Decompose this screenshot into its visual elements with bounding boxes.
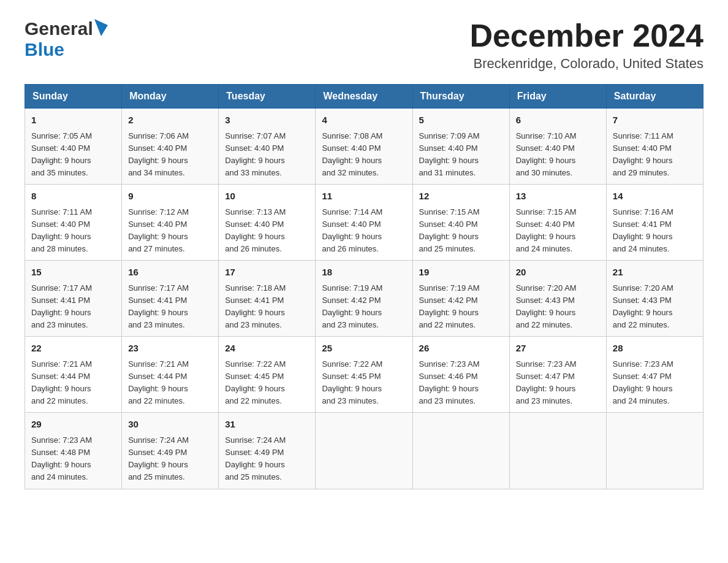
calendar-cell: 24Sunrise: 7:22 AMSunset: 4:45 PMDayligh… [219,337,316,413]
weekday-header-monday: Monday [122,85,219,109]
day-info: Sunrise: 7:24 AMSunset: 4:49 PMDaylight:… [225,434,309,484]
day-number: 12 [419,190,503,204]
day-number: 30 [128,418,212,432]
page-header: General Blue December 2024 Breckenridge,… [25,18,703,72]
calendar-cell: 21Sunrise: 7:20 AMSunset: 4:43 PMDayligh… [606,261,703,337]
logo-triangle-icon [94,19,108,36]
calendar-cell: 29Sunrise: 7:23 AMSunset: 4:48 PMDayligh… [25,413,122,489]
day-info: Sunrise: 7:19 AMSunset: 4:42 PMDaylight:… [419,282,503,332]
day-info: Sunrise: 7:23 AMSunset: 4:46 PMDaylight:… [419,358,503,408]
weekday-header-tuesday: Tuesday [219,85,316,109]
day-number: 7 [613,113,697,128]
day-info: Sunrise: 7:10 AMSunset: 4:40 PMDaylight:… [516,130,600,180]
day-number: 11 [322,190,406,204]
day-number: 23 [128,342,212,356]
day-info: Sunrise: 7:19 AMSunset: 4:42 PMDaylight:… [322,282,406,332]
day-info: Sunrise: 7:23 AMSunset: 4:47 PMDaylight:… [613,358,697,408]
logo-general: General [25,18,93,39]
day-info: Sunrise: 7:17 AMSunset: 4:41 PMDaylight:… [128,282,212,332]
day-number: 20 [516,266,600,280]
day-info: Sunrise: 7:17 AMSunset: 4:41 PMDaylight:… [31,282,115,332]
week-row-4: 22Sunrise: 7:21 AMSunset: 4:44 PMDayligh… [25,337,703,413]
day-info: Sunrise: 7:15 AMSunset: 4:40 PMDaylight:… [419,206,503,256]
day-number: 6 [516,113,600,128]
calendar-cell: 1Sunrise: 7:05 AMSunset: 4:40 PMDaylight… [25,109,122,185]
calendar-cell: 25Sunrise: 7:22 AMSunset: 4:45 PMDayligh… [316,337,412,413]
day-info: Sunrise: 7:22 AMSunset: 4:45 PMDaylight:… [225,358,309,408]
day-info: Sunrise: 7:09 AMSunset: 4:40 PMDaylight:… [419,130,503,180]
calendar-cell: 22Sunrise: 7:21 AMSunset: 4:44 PMDayligh… [25,337,122,413]
calendar-cell: 16Sunrise: 7:17 AMSunset: 4:41 PMDayligh… [122,261,219,337]
calendar-cell: 20Sunrise: 7:20 AMSunset: 4:43 PMDayligh… [509,261,606,337]
day-number: 1 [31,113,115,128]
weekday-header-row: SundayMondayTuesdayWednesdayThursdayFrid… [25,85,703,109]
day-info: Sunrise: 7:24 AMSunset: 4:49 PMDaylight:… [128,434,212,484]
day-number: 8 [31,190,115,204]
day-info: Sunrise: 7:05 AMSunset: 4:40 PMDaylight:… [31,130,115,180]
calendar-cell: 15Sunrise: 7:17 AMSunset: 4:41 PMDayligh… [25,261,122,337]
calendar-cell: 7Sunrise: 7:11 AMSunset: 4:40 PMDaylight… [606,109,703,185]
day-info: Sunrise: 7:11 AMSunset: 4:40 PMDaylight:… [31,206,115,256]
day-number: 29 [31,418,115,432]
day-number: 9 [128,190,212,204]
day-info: Sunrise: 7:23 AMSunset: 4:47 PMDaylight:… [516,358,600,408]
calendar-cell [606,413,703,489]
calendar-cell: 6Sunrise: 7:10 AMSunset: 4:40 PMDaylight… [509,109,606,185]
weekday-header-saturday: Saturday [606,85,703,109]
day-info: Sunrise: 7:21 AMSunset: 4:44 PMDaylight:… [31,358,115,408]
day-number: 16 [128,266,212,280]
calendar-cell [509,413,606,489]
day-info: Sunrise: 7:20 AMSunset: 4:43 PMDaylight:… [516,282,600,332]
day-number: 21 [613,266,697,280]
day-info: Sunrise: 7:15 AMSunset: 4:40 PMDaylight:… [516,206,600,256]
calendar-table: SundayMondayTuesdayWednesdayThursdayFrid… [25,84,703,489]
location-subtitle: Breckenridge, Colorado, United States [469,56,703,72]
day-info: Sunrise: 7:14 AMSunset: 4:40 PMDaylight:… [322,206,406,256]
weekday-header-wednesday: Wednesday [316,85,412,109]
logo: General Blue [25,18,108,60]
day-number: 4 [322,113,406,128]
calendar-cell: 2Sunrise: 7:06 AMSunset: 4:40 PMDaylight… [122,109,219,185]
calendar-cell: 28Sunrise: 7:23 AMSunset: 4:47 PMDayligh… [606,337,703,413]
day-number: 31 [225,418,309,432]
day-number: 18 [322,266,406,280]
calendar-cell: 17Sunrise: 7:18 AMSunset: 4:41 PMDayligh… [219,261,316,337]
week-row-5: 29Sunrise: 7:23 AMSunset: 4:48 PMDayligh… [25,413,703,489]
week-row-3: 15Sunrise: 7:17 AMSunset: 4:41 PMDayligh… [25,261,703,337]
day-number: 27 [516,342,600,356]
day-info: Sunrise: 7:11 AMSunset: 4:40 PMDaylight:… [613,130,697,180]
day-info: Sunrise: 7:22 AMSunset: 4:45 PMDaylight:… [322,358,406,408]
calendar-cell: 14Sunrise: 7:16 AMSunset: 4:41 PMDayligh… [606,185,703,261]
day-info: Sunrise: 7:16 AMSunset: 4:41 PMDaylight:… [613,206,697,256]
day-info: Sunrise: 7:08 AMSunset: 4:40 PMDaylight:… [322,130,406,180]
calendar-cell: 19Sunrise: 7:19 AMSunset: 4:42 PMDayligh… [412,261,509,337]
month-title: December 2024 [469,18,703,53]
day-number: 10 [225,190,309,204]
week-row-1: 1Sunrise: 7:05 AMSunset: 4:40 PMDaylight… [25,109,703,185]
weekday-header-friday: Friday [509,85,606,109]
day-number: 24 [225,342,309,356]
day-number: 3 [225,113,309,128]
day-info: Sunrise: 7:06 AMSunset: 4:40 PMDaylight:… [128,130,212,180]
calendar-cell: 3Sunrise: 7:07 AMSunset: 4:40 PMDaylight… [219,109,316,185]
calendar-cell: 13Sunrise: 7:15 AMSunset: 4:40 PMDayligh… [509,185,606,261]
day-info: Sunrise: 7:12 AMSunset: 4:40 PMDaylight:… [128,206,212,256]
day-number: 13 [516,190,600,204]
day-info: Sunrise: 7:18 AMSunset: 4:41 PMDaylight:… [225,282,309,332]
calendar-cell: 4Sunrise: 7:08 AMSunset: 4:40 PMDaylight… [316,109,412,185]
day-number: 15 [31,266,115,280]
calendar-cell: 23Sunrise: 7:21 AMSunset: 4:44 PMDayligh… [122,337,219,413]
day-number: 2 [128,113,212,128]
calendar-cell: 12Sunrise: 7:15 AMSunset: 4:40 PMDayligh… [412,185,509,261]
svg-marker-0 [94,19,108,36]
calendar-cell: 31Sunrise: 7:24 AMSunset: 4:49 PMDayligh… [219,413,316,489]
title-area: December 2024 Breckenridge, Colorado, Un… [469,18,703,72]
calendar-cell: 9Sunrise: 7:12 AMSunset: 4:40 PMDaylight… [122,185,219,261]
day-info: Sunrise: 7:23 AMSunset: 4:48 PMDaylight:… [31,434,115,484]
calendar-cell: 26Sunrise: 7:23 AMSunset: 4:46 PMDayligh… [412,337,509,413]
calendar-cell: 30Sunrise: 7:24 AMSunset: 4:49 PMDayligh… [122,413,219,489]
calendar-cell [316,413,412,489]
day-number: 14 [613,190,697,204]
day-number: 26 [419,342,503,356]
calendar-cell [412,413,509,489]
